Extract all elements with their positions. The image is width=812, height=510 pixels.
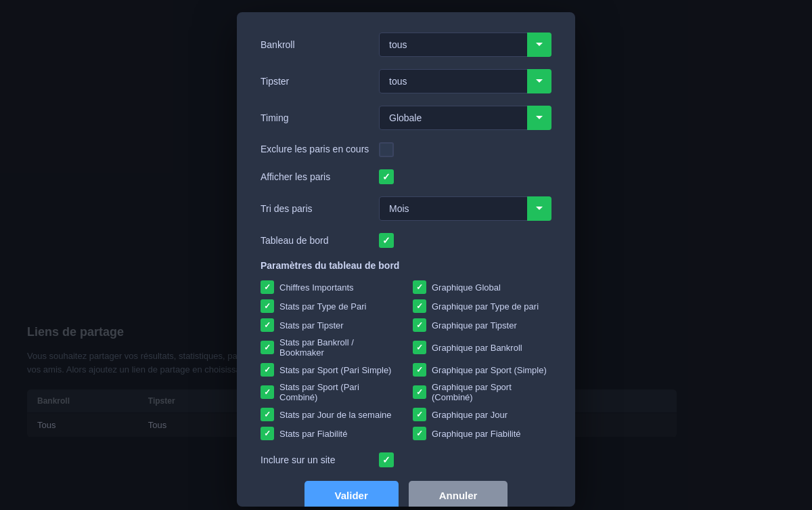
tri-select-wrapper: Mois <box>379 196 551 221</box>
valider-button[interactable]: Valider <box>304 481 399 507</box>
param-label-12: Stats par Jour de la semaine <box>279 410 391 420</box>
param-item-2: Stats par Type de Pari <box>261 299 399 313</box>
param-item-15: Graphique par Fiabilité <box>413 427 551 440</box>
param-item-3: Graphique par Type de pari <box>413 299 551 313</box>
param-item-9: Graphique par Sport (Simple) <box>413 363 551 377</box>
inclure-label: Inclure sur un site <box>261 454 379 465</box>
exclure-checkbox[interactable] <box>379 142 394 157</box>
param-check-15[interactable] <box>413 427 426 440</box>
bankroll-select[interactable]: tous <box>379 33 551 57</box>
param-label-10: Stats par Sport (Pari Combiné) <box>279 382 399 402</box>
annuler-button[interactable]: Annuler <box>409 481 508 507</box>
param-check-2[interactable] <box>261 299 274 313</box>
param-item-7: Graphique par Bankroll <box>413 337 551 358</box>
param-check-0[interactable] <box>261 280 274 294</box>
param-item-10: Stats par Sport (Pari Combiné) <box>261 382 399 402</box>
param-check-13[interactable] <box>413 408 426 421</box>
timing-label: Timing <box>261 112 379 123</box>
inclure-checkbox[interactable] <box>379 452 394 467</box>
afficher-checkbox[interactable] <box>379 169 394 184</box>
param-label-0: Chiffres Importants <box>279 282 354 293</box>
modal-overlay: Bankroll tous Tipster tous Timing <box>0 0 812 510</box>
param-check-11[interactable] <box>413 385 426 399</box>
modal-dialog: Bankroll tous Tipster tous Timing <box>237 12 575 507</box>
param-label-2: Stats par Type de Pari <box>279 301 366 312</box>
param-label-13: Graphique par Jour <box>432 410 508 420</box>
param-check-3[interactable] <box>413 299 426 313</box>
bankroll-select-wrapper: tous <box>379 33 551 57</box>
exclure-label: Exclure les paris en cours <box>261 143 379 156</box>
param-check-12[interactable] <box>261 408 274 421</box>
tipster-select[interactable]: tous <box>379 69 551 93</box>
param-item-11: Graphique par Sport (Combiné) <box>413 382 551 402</box>
timing-select-wrapper: Globale <box>379 106 551 130</box>
param-label-15: Graphique par Fiabilité <box>432 429 521 439</box>
param-label-5: Graphique par Tipster <box>432 320 517 331</box>
exclure-row: Exclure les paris en cours <box>261 142 551 157</box>
tri-label: Tri des paris <box>261 203 379 214</box>
params-grid: Chiffres ImportantsGraphique GlobalStats… <box>261 280 551 440</box>
bankroll-row: Bankroll tous <box>261 33 551 57</box>
param-label-14: Stats par Fiabilité <box>279 429 347 439</box>
param-label-3: Graphique par Type de pari <box>432 301 539 312</box>
tri-row: Tri des paris Mois <box>261 196 551 221</box>
param-label-6: Stats par Bankroll / Bookmaker <box>279 337 399 358</box>
param-check-6[interactable] <box>261 341 274 354</box>
params-section-title: Paramètres du tableau de bord <box>261 260 551 271</box>
tableau-row: Tableau de bord <box>261 233 551 248</box>
param-label-8: Stats par Sport (Pari Simple) <box>279 365 391 375</box>
param-check-9[interactable] <box>413 363 426 377</box>
modal-buttons: Valider Annuler <box>261 481 551 507</box>
tableau-label: Tableau de bord <box>261 235 379 246</box>
param-label-9: Graphique par Sport (Simple) <box>432 365 547 375</box>
afficher-label: Afficher les paris <box>261 171 379 182</box>
param-check-14[interactable] <box>261 427 274 440</box>
tableau-checkbox[interactable] <box>379 233 394 248</box>
param-check-5[interactable] <box>413 318 426 332</box>
param-check-8[interactable] <box>261 363 274 377</box>
param-check-7[interactable] <box>413 341 426 354</box>
param-item-6: Stats par Bankroll / Bookmaker <box>261 337 399 358</box>
timing-row: Timing Globale <box>261 106 551 130</box>
inclure-row: Inclure sur un site <box>261 452 551 467</box>
bankroll-label: Bankroll <box>261 39 379 50</box>
tipster-row: Tipster tous <box>261 69 551 93</box>
param-label-4: Stats par Tipster <box>279 320 344 331</box>
param-item-1: Graphique Global <box>413 280 551 294</box>
timing-select[interactable]: Globale <box>379 106 551 130</box>
param-check-4[interactable] <box>261 318 274 332</box>
param-item-13: Graphique par Jour <box>413 408 551 421</box>
param-label-7: Graphique par Bankroll <box>432 343 522 353</box>
param-check-10[interactable] <box>261 385 274 399</box>
param-item-12: Stats par Jour de la semaine <box>261 408 399 421</box>
param-item-14: Stats par Fiabilité <box>261 427 399 440</box>
param-label-11: Graphique par Sport (Combiné) <box>432 382 551 402</box>
afficher-row: Afficher les paris <box>261 169 551 184</box>
param-label-1: Graphique Global <box>432 282 501 293</box>
tipster-label: Tipster <box>261 76 379 87</box>
tri-select[interactable]: Mois <box>379 196 551 221</box>
param-item-5: Graphique par Tipster <box>413 318 551 332</box>
tipster-select-wrapper: tous <box>379 69 551 93</box>
param-item-4: Stats par Tipster <box>261 318 399 332</box>
param-item-8: Stats par Sport (Pari Simple) <box>261 363 399 377</box>
param-item-0: Chiffres Importants <box>261 280 399 294</box>
param-check-1[interactable] <box>413 280 426 294</box>
